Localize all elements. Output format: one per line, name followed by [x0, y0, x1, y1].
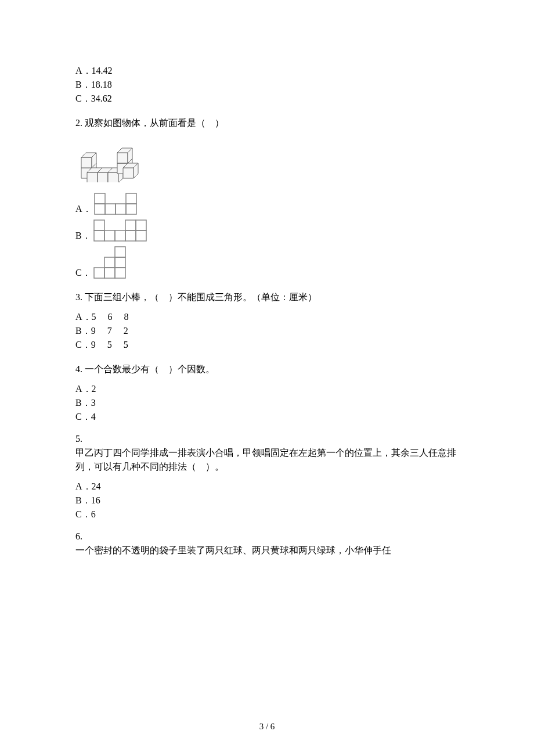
svg-rect-6: [94, 231, 104, 241]
svg-rect-12: [125, 220, 136, 231]
cube-3d-icon: [75, 136, 151, 182]
svg-rect-8: [115, 231, 125, 241]
q2-option-c: C．: [75, 245, 459, 280]
q1-options: A．14.42 B．18.18 C．34.62: [75, 64, 459, 106]
svg-rect-4: [95, 193, 105, 204]
svg-rect-15: [104, 268, 115, 278]
grid-shape-icon: [93, 245, 131, 280]
q5-option-c: C．6: [75, 507, 459, 521]
svg-rect-5: [126, 193, 136, 204]
q5-option-a: A．24: [75, 480, 459, 494]
q3-option-a: A．5 6 8: [75, 310, 459, 324]
page-footer: 3 / 6: [0, 720, 534, 733]
q4-option-b: B．3: [75, 396, 459, 410]
q4-stem: 4. 一个合数最少有（ ）个因数。: [75, 362, 459, 376]
svg-rect-14: [94, 268, 104, 278]
q2-option-b: B．: [75, 218, 459, 243]
grid-shape-icon: [94, 192, 140, 216]
page: A．14.42 B．18.18 C．34.62 2. 观察如图物体，从前面看是（…: [0, 0, 534, 756]
svg-rect-9: [125, 231, 136, 241]
svg-rect-10: [136, 231, 146, 241]
q4-options: A．2 B．3 C．4: [75, 382, 459, 424]
q2-figure: [75, 136, 459, 182]
q1-option-a: A．14.42: [75, 64, 459, 78]
q3-stem: 3. 下面三组小棒，（ ）不能围成三角形。（单位：厘米）: [75, 290, 459, 304]
q1-option-c: C．34.62: [75, 92, 459, 106]
svg-rect-7: [104, 231, 115, 241]
q6-stem: 一个密封的不透明的袋子里装了两只红球、两只黄球和两只绿球，小华伸手任: [75, 543, 459, 557]
q2-option-a: A．: [75, 192, 459, 216]
svg-rect-0: [95, 204, 105, 214]
q2-option-a-label: A．: [75, 202, 92, 216]
svg-rect-17: [104, 257, 115, 268]
q5-stem: 甲乙丙丁四个同学排成一排表演小合唱，甲领唱固定在左起第一个的位置上，其余三人任意…: [75, 446, 459, 474]
q2-stem: 2. 观察如图物体，从前面看是（ ）: [75, 116, 459, 130]
svg-rect-16: [115, 268, 125, 278]
q6-number: 6.: [75, 530, 459, 543]
q3-option-c: C．9 5 5: [75, 338, 459, 352]
q4-option-a: A．2: [75, 382, 459, 396]
svg-rect-13: [136, 220, 146, 231]
q3-options: A．5 6 8 B．9 7 2 C．9 5 5: [75, 310, 459, 352]
svg-rect-19: [115, 247, 125, 257]
q4-option-c: C．4: [75, 410, 459, 424]
q5-option-b: B．16: [75, 494, 459, 507]
svg-rect-18: [115, 257, 125, 268]
q3-option-b: B．9 7 2: [75, 324, 459, 338]
q2-option-b-label: B．: [75, 229, 91, 243]
grid-shape-icon: [93, 218, 161, 243]
svg-rect-2: [116, 204, 126, 214]
svg-rect-3: [126, 204, 136, 214]
svg-rect-11: [94, 220, 104, 231]
q2-option-c-label: C．: [75, 266, 91, 280]
q5-options: A．24 B．16 C．6: [75, 480, 459, 521]
svg-rect-1: [105, 204, 116, 214]
q5-number: 5.: [75, 432, 459, 446]
q1-option-b: B．18.18: [75, 78, 459, 92]
